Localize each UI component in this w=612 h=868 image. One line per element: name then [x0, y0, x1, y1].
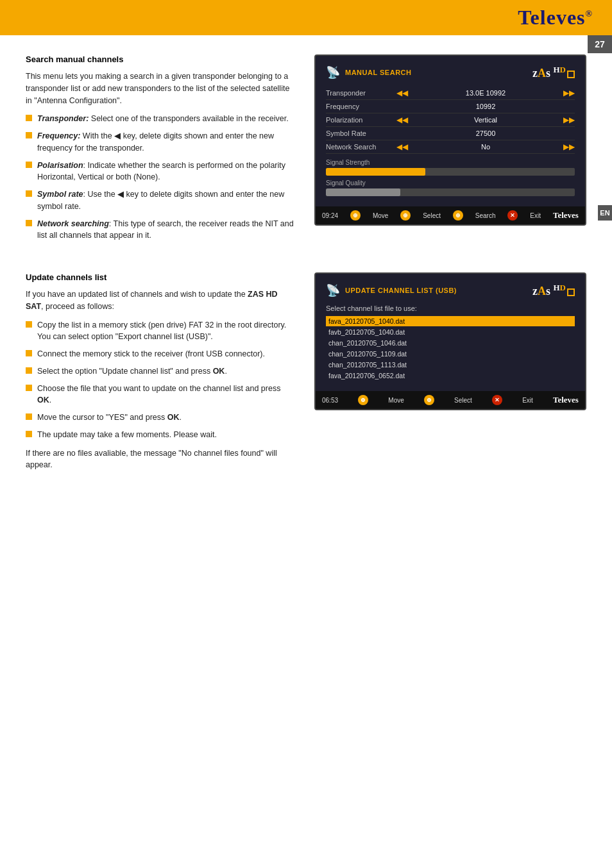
file-list: fava_20120705_1040.dat favb_20120705_104… — [326, 316, 575, 381]
file-item-1[interactable]: fava_20120705_1040.dat — [326, 316, 575, 326]
text-col-2: Update channels list If you have an upda… — [26, 272, 295, 478]
screen1-title: MANUAL SEARCH — [340, 69, 532, 76]
symbol-rate-label: Symbol Rate — [326, 129, 396, 137]
signal-quality-bar — [326, 188, 575, 196]
screen2-title: UPDATE CHANNEL LIST (USB) — [340, 287, 532, 294]
signal-quality-label: Signal Quality — [326, 179, 575, 187]
move-btn[interactable]: Move — [373, 212, 388, 219]
main-content: Search manual channels This menu lets yo… — [0, 35, 612, 497]
file-item-3[interactable]: chan_20120705_1046.dat — [326, 338, 575, 348]
bullet-square — [26, 321, 32, 328]
signal-strength-label: Signal Strength — [326, 159, 575, 166]
screen-inner-2: 📡 UPDATE CHANNEL LIST (USB) zAs HD Selec… — [316, 274, 585, 391]
bullet-square — [26, 220, 32, 226]
screen1-time: 09:24 — [322, 212, 338, 219]
network-search-value: No — [408, 143, 563, 151]
bullet-square — [26, 350, 32, 356]
zas-logo-2: zAs HD — [532, 283, 575, 298]
bullet-square — [26, 385, 32, 391]
satellite-icon: 📡 — [326, 65, 340, 79]
screen2-time: 06:53 — [322, 397, 338, 404]
section2-title: Update channels list — [26, 272, 295, 282]
bullet-square — [26, 115, 32, 121]
page-number: 27 — [588, 35, 612, 53]
bullet-square — [26, 190, 32, 197]
bullet-copy: Copy the list in a memory stick (pen dri… — [26, 319, 295, 344]
signal-quality-fill — [326, 188, 400, 196]
bullet-frequency: Frequency: With the ◀ key, delete digits… — [26, 130, 295, 154]
bullet-square — [26, 367, 32, 374]
move-btn2[interactable]: Move — [388, 397, 404, 404]
section-update-channels: Update channels list If you have an upda… — [26, 272, 586, 478]
satellite-icon-2: 📡 — [326, 283, 340, 297]
signal-section: Signal Strength Signal Quality — [326, 159, 575, 196]
manual-search-screen: 📡 MANUAL SEARCH zAs HD Transponder ◀◀ 13… — [314, 54, 586, 226]
exit-btn-icon: ✕ — [507, 210, 518, 221]
bullet-move-cursor: Move the cursor to "YES" and press OK. — [26, 412, 295, 424]
bullet-select-option: Select the option "Update channel list" … — [26, 365, 295, 378]
section1-title: Search manual channels — [26, 54, 295, 64]
bullet-symbol-rate: Symbol rate: Use the ◀ key to delete dig… — [26, 188, 295, 213]
file-item-6[interactable]: fava_20120706_0652.dat — [326, 371, 575, 381]
transponder-left-arrow: ◀◀ — [396, 88, 408, 97]
polarization-label: Polarization — [326, 116, 396, 124]
bullet-square — [26, 413, 32, 420]
screen-row-polarization: Polarization ◀◀ Vertical ▶▶ — [326, 113, 575, 127]
move-btn2-icon: ⊕ — [358, 395, 368, 405]
search-btn-icon: ⊕ — [453, 210, 463, 221]
screen2-footer: 06:53 ⊕ Move ⊕ Select ✕ Exit Televes — [316, 391, 585, 409]
exit-btn2-icon: ✕ — [492, 395, 502, 405]
screen-row-network-search: Network Search ◀◀ No ▶▶ — [326, 140, 575, 154]
footer-logo-2: Televes — [553, 395, 579, 405]
zas-logo-1: zAs HD — [532, 65, 575, 80]
search-btn[interactable]: Search — [475, 212, 496, 219]
polarization-left-arrow: ◀◀ — [396, 115, 408, 124]
exit-btn2[interactable]: Exit — [522, 397, 533, 404]
bullet-polarisation: Polarisation: Indicate whether the searc… — [26, 160, 295, 184]
polarization-right-arrow: ▶▶ — [563, 115, 575, 124]
section2-body1: If you have an updated list of channels … — [26, 288, 295, 313]
bullet-connect: Connect the memory stick to the receiver… — [26, 348, 295, 360]
network-left-arrow: ◀◀ — [396, 142, 408, 151]
select-btn[interactable]: Select — [423, 212, 441, 219]
network-search-label: Network Search — [326, 143, 396, 151]
section-search-manual: Search manual channels This menu lets yo… — [26, 54, 586, 247]
select-btn-icon: ⊕ — [400, 210, 411, 221]
transponder-label: Transponder — [326, 89, 396, 97]
screen-header-1: 📡 MANUAL SEARCH zAs HD — [326, 65, 575, 80]
screen-inner-1: 📡 MANUAL SEARCH zAs HD Transponder ◀◀ 13… — [316, 56, 585, 206]
transponder-right-arrow: ▶▶ — [563, 88, 575, 97]
select-btn2[interactable]: Select — [454, 397, 472, 404]
section2-bullets: Copy the list in a memory stick (pen dri… — [26, 319, 295, 441]
bullet-square — [26, 431, 32, 437]
televes-logo: Televes® — [518, 6, 593, 29]
bullet-choose-file: Choose the file that you want to update … — [26, 383, 295, 407]
exit-btn[interactable]: Exit — [530, 212, 541, 219]
section1-body: This menu lets you making a search in a … — [26, 71, 295, 106]
file-item-2[interactable]: favb_20120705_1040.dat — [326, 327, 575, 337]
bullet-square — [26, 162, 32, 168]
screen1-footer: 09:24 ⊕ Move ⊕ Select ⊕ Search ✕ Exit Te… — [316, 206, 585, 224]
move-btn-icon: ⊕ — [350, 210, 361, 221]
text-col-1: Search manual channels This menu lets yo… — [26, 54, 295, 247]
screen-row-transponder: Transponder ◀◀ 13.0E 10992 ▶▶ — [326, 87, 575, 100]
frequency-value: 10992 — [408, 103, 563, 110]
frequency-label: Frequency — [326, 103, 396, 110]
footer-logo-1: Televes — [553, 210, 579, 221]
page-header: Televes® — [0, 0, 612, 35]
screen-row-frequency: Frequency ◀◀ 10992 ▶▶ — [326, 100, 575, 113]
signal-strength-fill — [326, 168, 425, 176]
bullet-transponder: Transponder: Select one of the transpond… — [26, 113, 295, 125]
screen-col-1: 📡 MANUAL SEARCH zAs HD Transponder ◀◀ 13… — [314, 54, 586, 247]
signal-strength-bar — [326, 168, 575, 176]
network-right-arrow: ▶▶ — [563, 142, 575, 151]
en-badge: EN — [598, 205, 612, 221]
file-item-4[interactable]: chan_20120705_1109.dat — [326, 349, 575, 359]
screen-col-2: 📡 UPDATE CHANNEL LIST (USB) zAs HD Selec… — [314, 272, 586, 478]
bullet-network-searching: Network searching: This type of search, … — [26, 218, 295, 242]
screen-row-symbol-rate: Symbol Rate ◀◀ 27500 ▶▶ — [326, 127, 575, 140]
symbol-rate-value: 27500 — [408, 129, 563, 137]
screen-header-2: 📡 UPDATE CHANNEL LIST (USB) zAs HD — [326, 283, 575, 298]
section1-bullets: Transponder: Select one of the transpond… — [26, 113, 295, 242]
file-item-5[interactable]: chan_20120705_1113.dat — [326, 360, 575, 370]
